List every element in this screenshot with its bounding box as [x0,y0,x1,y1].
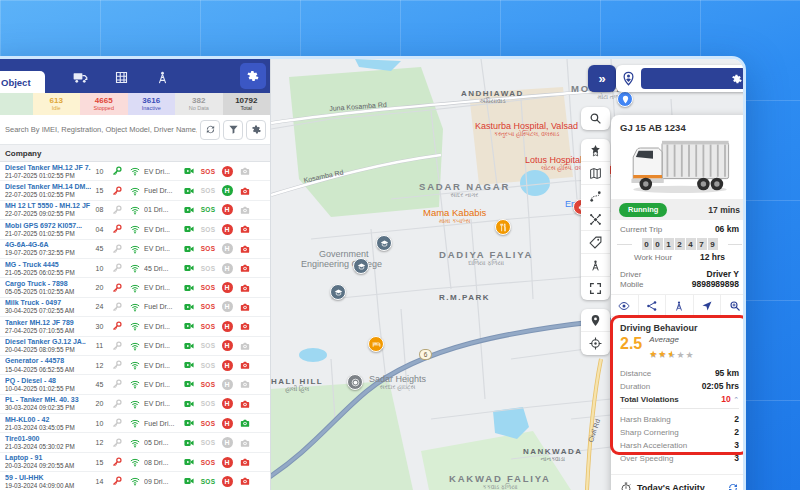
halt-icon[interactable]: H [222,185,233,196]
grid-icon[interactable] [114,70,129,85]
list-group-header[interactable]: Company [0,145,270,162]
sidebar-settings-button[interactable] [240,63,266,89]
list-settings-button[interactable] [246,120,266,140]
status-count-total[interactable]: 10792Total [223,93,271,115]
table-row[interactable]: 59 - UI-HHK19-03-2024 04:09:00 AM1409 Dr… [0,472,270,490]
action-track[interactable] [666,295,694,316]
video-icon[interactable] [184,263,194,273]
sos-button[interactable]: SOS [198,381,218,388]
sos-button[interactable]: SOS [198,303,218,310]
vehicle-name[interactable]: Milk Truck - 049730-04-2025 07:02:55 AM [5,299,91,314]
table-row[interactable]: Tire01-90021-03-2024 05:30:02 PM1205 Dri… [0,433,270,452]
table-row[interactable]: Diesel Tanker MH.12 JF 7...21-07-2025 01… [0,162,270,181]
vehicle-select[interactable] [641,68,743,89]
video-icon[interactable] [184,418,194,428]
chevron-up-icon[interactable]: ⌃ [733,396,739,403]
video-icon[interactable] [184,302,194,312]
vehicle-name[interactable]: 4G-6A-4G-6A19-07-2025 07:32:55 PM [5,241,91,256]
camera-icon[interactable] [240,244,250,254]
vehicle-name[interactable]: Diesel Tanker MH.14 DM...22-07-2025 01:0… [5,183,91,198]
status-count-running[interactable] [0,93,33,115]
halt-icon[interactable]: H [222,321,233,332]
sos-button[interactable]: SOS [198,400,218,407]
map-tool-tower[interactable] [581,254,610,277]
table-row[interactable]: MG - Truck 444521-05-2025 06:02:55 PM104… [0,259,270,278]
sos-button[interactable]: SOS [198,478,218,485]
camera-icon[interactable] [240,360,250,370]
table-row[interactable]: Generator - 4457815-04-2025 06:52:55 AM1… [0,356,270,375]
camera-icon[interactable] [240,341,250,351]
video-icon[interactable] [184,379,194,389]
camera-icon[interactable] [240,263,250,273]
vehicle-name[interactable]: Tanker MH.12 JF 78927-04-2025 07:10:55 A… [5,319,91,334]
action-navigate[interactable] [694,295,722,316]
video-icon[interactable] [184,476,194,486]
table-row[interactable]: 4G-6A-4G-6A19-07-2025 07:32:55 PM45EV Dr… [0,240,270,259]
table-row[interactable]: Laptop - 9120-03-2024 09:20:55 AM1508 Dr… [0,453,270,472]
halt-icon[interactable]: H [222,282,233,293]
map-tool-map[interactable] [581,162,610,185]
search-input[interactable] [0,125,197,134]
gear-icon[interactable] [731,73,743,85]
status-count-no-data[interactable]: 382No Data [175,93,223,115]
vehicle-name[interactable]: MH 12 LT 5550 - MH.12 JF 7...22-07-2025 … [5,202,91,217]
camera-icon[interactable] [240,205,250,215]
restaurant-marker[interactable] [495,219,511,235]
camera-icon[interactable] [240,224,250,234]
pin-blue-marker[interactable] [617,91,633,107]
sos-button[interactable]: SOS [198,265,218,272]
video-icon[interactable] [184,321,194,331]
halt-icon[interactable]: H [222,263,233,274]
video-icon[interactable] [184,341,194,351]
camera-icon[interactable] [240,166,250,176]
education-marker[interactable] [353,258,369,274]
video-icon[interactable] [184,166,194,176]
halt-icon[interactable]: H [222,457,233,468]
halt-icon[interactable]: H [222,379,233,390]
vehicle-name[interactable]: MG - Truck 444521-05-2025 06:02:55 PM [5,261,91,276]
map-tool-target[interactable] [581,332,610,355]
vehicle-name[interactable]: Diesel Tanker GJ.12 JA..20-04-2025 08:09… [5,338,91,353]
vehicle-name[interactable]: Laptop - 9120-03-2024 09:20:55 AM [5,454,91,469]
vehicle-name[interactable]: PL - Tanker MH. 40. 3330-03-2024 09:02:3… [5,396,91,411]
camera-icon[interactable] [240,321,250,331]
camera-icon[interactable] [240,379,250,389]
dot-marker[interactable] [347,374,363,390]
sos-button[interactable]: SOS [198,420,218,427]
panel-collapse-button[interactable]: » [588,65,616,92]
map-tool-route[interactable] [581,185,610,208]
sos-button[interactable]: SOS [198,187,218,194]
table-row[interactable]: Mobi GPS 6972 KI057...21-07-2025 01:02:5… [0,220,270,239]
education-marker[interactable] [376,235,392,251]
trailer-icon[interactable] [73,70,88,85]
halt-icon[interactable]: H [222,224,233,235]
halt-icon[interactable]: H [222,204,233,215]
camera-icon[interactable] [240,457,250,467]
activity-refresh-button[interactable] [727,482,739,490]
video-icon[interactable] [184,244,194,254]
camera-icon[interactable] [240,283,250,293]
video-icon[interactable] [184,399,194,409]
education-marker[interactable] [330,284,346,300]
halt-icon[interactable]: H [222,476,233,487]
camera-icon[interactable] [240,302,250,312]
halt-icon[interactable]: H [222,243,233,254]
vehicle-name[interactable]: Mobi GPS 6972 KI057...21-07-2025 01:02:5… [5,222,91,237]
sos-button[interactable]: SOS [198,342,218,349]
vehicle-name[interactable]: MH-KL00 - 4221-03-2024 03:45:05 PM [5,416,91,431]
table-row[interactable]: Diesel Tanker MH.14 DM...22-07-2025 01:0… [0,181,270,200]
video-icon[interactable] [184,205,194,215]
table-row[interactable]: MH-KL00 - 4221-03-2024 03:45:05 PM10Fuel… [0,414,270,433]
vehicle-name[interactable]: Tire01-90021-03-2024 05:30:02 PM [5,435,91,450]
video-icon[interactable] [184,457,194,467]
vehicle-name[interactable]: Diesel Tanker MH.12 JF 7...21-07-2025 01… [5,164,91,179]
status-count-inactive[interactable]: 3616Inactive [128,93,176,115]
total-violations-row[interactable]: Total Violations 10 ⌃ [620,392,739,405]
action-share[interactable] [639,295,667,316]
table-row[interactable]: Tanker MH.12 JF 78927-04-2025 07:10:55 A… [0,317,270,336]
todays-activity-header[interactable]: Today's Activity [611,474,743,490]
sos-button[interactable]: SOS [198,226,218,233]
vehicle-name[interactable]: Cargo Truck - 789805-05-2025 01:02:55 AM [5,280,91,295]
table-row[interactable]: Cargo Truck - 789805-05-2025 01:02:55 AM… [0,278,270,297]
sos-button[interactable]: SOS [198,323,218,330]
